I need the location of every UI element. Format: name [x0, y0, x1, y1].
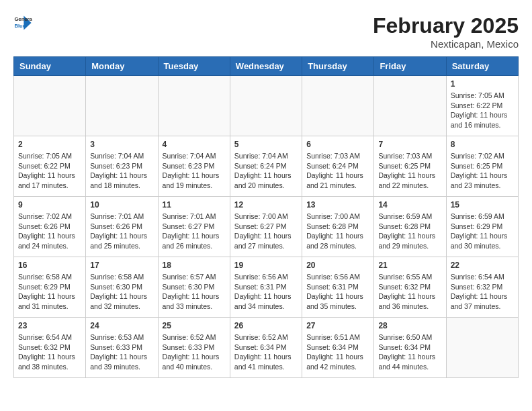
calendar-day-cell: 11Sunrise: 7:01 AM Sunset: 6:27 PM Dayli… — [158, 197, 230, 257]
calendar-day-cell — [446, 318, 518, 378]
svg-text:General: General — [14, 16, 32, 22]
day-info: Sunrise: 7:04 AM Sunset: 6:24 PM Dayligh… — [234, 151, 298, 191]
calendar-day-cell: 25Sunrise: 6:52 AM Sunset: 6:33 PM Dayli… — [158, 318, 230, 378]
calendar-day-cell: 12Sunrise: 7:00 AM Sunset: 6:27 PM Dayli… — [230, 197, 302, 257]
calendar-day-cell: 1Sunrise: 7:05 AM Sunset: 6:22 PM Daylig… — [446, 76, 518, 136]
day-info: Sunrise: 6:52 AM Sunset: 6:33 PM Dayligh… — [163, 332, 226, 372]
day-info: Sunrise: 6:58 AM Sunset: 6:30 PM Dayligh… — [90, 272, 153, 312]
calendar-day-cell — [14, 76, 86, 136]
day-info: Sunrise: 6:59 AM Sunset: 6:28 PM Dayligh… — [378, 212, 441, 251]
calendar-day-cell: 15Sunrise: 6:59 AM Sunset: 6:29 PM Dayli… — [446, 197, 518, 257]
calendar-week-row: 1Sunrise: 7:05 AM Sunset: 6:22 PM Daylig… — [14, 76, 519, 136]
day-number: 12 — [234, 200, 298, 210]
title-area: February 2025 Nexticapan, Mexico — [373, 13, 519, 50]
day-number: 2 — [18, 140, 81, 149]
calendar-day-cell — [230, 76, 302, 136]
calendar-day-cell: 24Sunrise: 6:53 AM Sunset: 6:33 PM Dayli… — [86, 318, 158, 378]
svg-text:Blue: Blue — [14, 23, 26, 29]
calendar-day-cell: 2Sunrise: 7:05 AM Sunset: 6:22 PM Daylig… — [14, 136, 86, 197]
day-info: Sunrise: 6:56 AM Sunset: 6:31 PM Dayligh… — [234, 272, 298, 312]
day-info: Sunrise: 7:00 AM Sunset: 6:28 PM Dayligh… — [306, 212, 369, 251]
calendar-day-cell: 13Sunrise: 7:00 AM Sunset: 6:28 PM Dayli… — [302, 197, 374, 257]
day-number: 23 — [18, 321, 81, 330]
weekday-header-wednesday: Wednesday — [230, 57, 302, 76]
calendar-day-cell: 28Sunrise: 6:50 AM Sunset: 6:34 PM Dayli… — [374, 318, 446, 378]
calendar-day-cell: 7Sunrise: 7:03 AM Sunset: 6:25 PM Daylig… — [374, 136, 446, 197]
day-info: Sunrise: 6:59 AM Sunset: 6:29 PM Dayligh… — [451, 212, 514, 251]
day-number: 16 — [18, 261, 81, 270]
day-info: Sunrise: 6:50 AM Sunset: 6:34 PM Dayligh… — [378, 332, 441, 372]
day-info: Sunrise: 7:05 AM Sunset: 6:22 PM Dayligh… — [18, 151, 81, 191]
calendar-day-cell: 19Sunrise: 6:56 AM Sunset: 6:31 PM Dayli… — [230, 257, 302, 318]
day-number: 1 — [451, 79, 514, 89]
page-header: General Blue February 2025 Nexticapan, M… — [13, 13, 519, 50]
calendar-day-cell: 23Sunrise: 6:54 AM Sunset: 6:32 PM Dayli… — [14, 318, 86, 378]
day-number: 26 — [234, 321, 298, 330]
calendar-day-cell — [86, 76, 158, 136]
calendar-day-cell: 22Sunrise: 6:54 AM Sunset: 6:32 PM Dayli… — [446, 257, 518, 318]
calendar-day-cell: 6Sunrise: 7:03 AM Sunset: 6:24 PM Daylig… — [302, 136, 374, 197]
day-number: 19 — [234, 261, 298, 270]
calendar-day-cell: 8Sunrise: 7:02 AM Sunset: 6:25 PM Daylig… — [446, 136, 518, 197]
day-number: 11 — [163, 200, 226, 210]
day-number: 13 — [306, 200, 369, 210]
calendar-day-cell — [374, 76, 446, 136]
logo: General Blue — [13, 13, 32, 32]
calendar-day-cell: 5Sunrise: 7:04 AM Sunset: 6:24 PM Daylig… — [230, 136, 302, 197]
calendar-day-cell: 20Sunrise: 6:56 AM Sunset: 6:31 PM Dayli… — [302, 257, 374, 318]
day-info: Sunrise: 6:53 AM Sunset: 6:33 PM Dayligh… — [90, 332, 153, 372]
calendar-day-cell: 18Sunrise: 6:57 AM Sunset: 6:30 PM Dayli… — [158, 257, 230, 318]
day-info: Sunrise: 7:04 AM Sunset: 6:23 PM Dayligh… — [90, 151, 153, 191]
calendar-day-cell: 14Sunrise: 6:59 AM Sunset: 6:28 PM Dayli… — [374, 197, 446, 257]
weekday-header-saturday: Saturday — [446, 57, 518, 76]
day-number: 20 — [306, 261, 369, 270]
calendar-day-cell: 16Sunrise: 6:58 AM Sunset: 6:29 PM Dayli… — [14, 257, 86, 318]
day-number: 8 — [451, 140, 514, 149]
weekday-header-friday: Friday — [374, 57, 446, 76]
day-number: 6 — [306, 140, 369, 149]
day-info: Sunrise: 7:05 AM Sunset: 6:22 PM Dayligh… — [451, 91, 514, 130]
day-number: 5 — [234, 140, 298, 149]
day-number: 25 — [163, 321, 226, 330]
day-number: 14 — [378, 200, 441, 210]
day-number: 7 — [378, 140, 441, 149]
calendar-week-row: 9Sunrise: 7:02 AM Sunset: 6:26 PM Daylig… — [14, 197, 519, 257]
calendar-day-cell: 26Sunrise: 6:52 AM Sunset: 6:34 PM Dayli… — [230, 318, 302, 378]
day-info: Sunrise: 6:57 AM Sunset: 6:30 PM Dayligh… — [163, 272, 226, 312]
weekday-header-tuesday: Tuesday — [158, 57, 230, 76]
logo-icon: General Blue — [13, 13, 32, 32]
day-info: Sunrise: 7:00 AM Sunset: 6:27 PM Dayligh… — [234, 212, 298, 251]
day-info: Sunrise: 7:03 AM Sunset: 6:24 PM Dayligh… — [306, 151, 369, 191]
day-info: Sunrise: 7:01 AM Sunset: 6:26 PM Dayligh… — [90, 212, 153, 251]
calendar-day-cell: 21Sunrise: 6:55 AM Sunset: 6:32 PM Dayli… — [374, 257, 446, 318]
day-info: Sunrise: 6:51 AM Sunset: 6:34 PM Dayligh… — [306, 332, 369, 372]
calendar-day-cell: 4Sunrise: 7:04 AM Sunset: 6:23 PM Daylig… — [158, 136, 230, 197]
calendar-week-row: 16Sunrise: 6:58 AM Sunset: 6:29 PM Dayli… — [14, 257, 519, 318]
day-info: Sunrise: 7:02 AM Sunset: 6:26 PM Dayligh… — [18, 212, 81, 251]
calendar-day-cell — [302, 76, 374, 136]
day-info: Sunrise: 7:02 AM Sunset: 6:25 PM Dayligh… — [451, 151, 514, 191]
day-info: Sunrise: 6:56 AM Sunset: 6:31 PM Dayligh… — [306, 272, 369, 312]
day-number: 3 — [90, 140, 153, 149]
month-year-title: February 2025 — [373, 13, 519, 38]
calendar-day-cell: 10Sunrise: 7:01 AM Sunset: 6:26 PM Dayli… — [86, 197, 158, 257]
calendar-day-cell — [158, 76, 230, 136]
day-number: 18 — [163, 261, 226, 270]
calendar-day-cell: 9Sunrise: 7:02 AM Sunset: 6:26 PM Daylig… — [14, 197, 86, 257]
calendar-week-row: 23Sunrise: 6:54 AM Sunset: 6:32 PM Dayli… — [14, 318, 519, 378]
day-info: Sunrise: 6:54 AM Sunset: 6:32 PM Dayligh… — [18, 332, 81, 372]
day-number: 17 — [90, 261, 153, 270]
calendar-table: SundayMondayTuesdayWednesdayThursdayFrid… — [13, 56, 519, 378]
day-info: Sunrise: 6:58 AM Sunset: 6:29 PM Dayligh… — [18, 272, 81, 312]
day-number: 24 — [90, 321, 153, 330]
day-number: 21 — [378, 261, 441, 270]
day-number: 15 — [451, 200, 514, 210]
day-info: Sunrise: 7:01 AM Sunset: 6:27 PM Dayligh… — [163, 212, 226, 251]
day-number: 10 — [90, 200, 153, 210]
weekday-header-thursday: Thursday — [302, 57, 374, 76]
day-info: Sunrise: 6:55 AM Sunset: 6:32 PM Dayligh… — [378, 272, 441, 312]
day-info: Sunrise: 7:03 AM Sunset: 6:25 PM Dayligh… — [378, 151, 441, 191]
calendar-day-cell: 3Sunrise: 7:04 AM Sunset: 6:23 PM Daylig… — [86, 136, 158, 197]
day-info: Sunrise: 7:04 AM Sunset: 6:23 PM Dayligh… — [163, 151, 226, 191]
weekday-header-monday: Monday — [86, 57, 158, 76]
